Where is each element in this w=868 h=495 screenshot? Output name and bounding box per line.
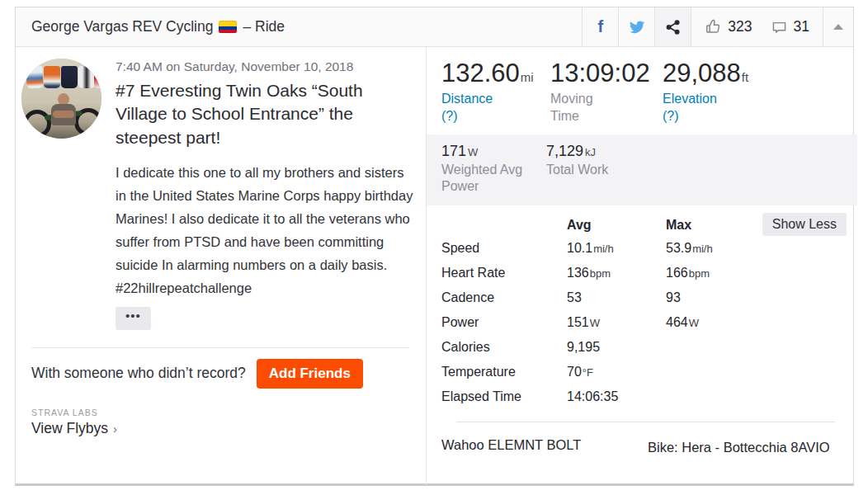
distance-value: 132.60 [441,59,520,87]
bike-name: Bike: Hera - Bottecchia 8AVIO [648,437,846,459]
power-summary-box: 171W Weighted Avg Power 7,129kJ Total Wo… [427,134,857,206]
stat-row-label: Temperature [441,365,567,380]
kudos-button[interactable]: 323 [705,18,752,35]
weighted-avg-power-value: 171 [441,143,466,159]
stat-avg-value: 9,195 [567,340,666,355]
show-less-button[interactable]: Show Less [762,213,847,236]
social-counts: 323 31 [691,7,823,46]
chevron-up-icon [833,24,843,30]
view-flybys-label: View Flybys [31,420,108,436]
share-icon [665,19,682,35]
add-friends-button[interactable]: Add Friends [257,359,363,389]
stat-avg-value: 151W [567,315,666,330]
stat-avg-value: 10.1mi/h [567,241,666,256]
avg-column-header: Avg [567,218,666,233]
distance-stat: 132.60mi Distance(?) [441,59,550,125]
stat-avg-value: 70°F [567,365,666,380]
total-work-label: Total Work [546,162,637,179]
elevation-value: 29,088 [663,59,741,87]
strava-labs-section: STRAVA LABS View Flybys› [21,389,417,437]
comment-icon [771,19,788,35]
add-friends-prompt: With someone who didn’t record? [31,365,246,382]
athlete-avatar[interactable] [21,59,101,139]
total-work-stat: 7,129kJ Total Work [546,143,711,196]
stats-table-body: Speed 10.1mi/h 53.9mi/h Heart Rate 136bp… [441,241,846,414]
content: 7:40 AM on Saturday, November 10, 2018 #… [16,47,853,485]
strava-labs-label: STRAVA LABS [31,408,417,417]
thumbs-up-icon [705,18,722,35]
twitter-icon [628,19,646,35]
add-friends-row: With someone who didn’t record? Add Frie… [21,348,417,389]
distance-unit: mi [521,70,534,84]
activity-stats-panel: 132.60mi Distance(?) 13:09:02 Moving Tim… [427,47,857,485]
post-body: 7:40 AM on Saturday, November 10, 2018 #… [116,59,417,330]
stat-row-label: Elapsed Time [441,389,567,404]
share-button[interactable] [654,7,691,46]
stat-row-label: Heart Rate [441,266,567,280]
moving-time-label: Moving Time [550,91,616,125]
weighted-avg-power-stat: 171W Weighted Avg Power [441,143,546,196]
post: 7:40 AM on Saturday, November 10, 2018 #… [21,59,417,330]
elevation-help-link[interactable]: (?) [663,108,729,125]
activity-card: George Vargas REV Cycling – Ride f 323 [15,7,854,486]
activity-description: I dedicate this one to all my brothers a… [116,161,417,299]
elevation-unit: ft [742,70,748,84]
header-bar: George Vargas REV Cycling – Ride f 323 [16,7,853,47]
stats-table: Show Less Avg Max Speed 10.1mi/h 53.9mi/… [427,205,857,422]
stat-row-label: Power [441,315,567,330]
comments-button[interactable]: 31 [771,18,809,35]
view-flybys-link[interactable]: View Flybys› [31,420,117,437]
show-more-button[interactable]: ••• [116,307,151,330]
stats-table-row: Cadence 53 93 [441,290,846,315]
stat-max-value: 166bpm [666,266,846,280]
stat-max-value: 464W [666,315,846,330]
athlete-name: George Vargas REV Cycling [31,18,213,35]
stat-row-label: Speed [441,241,567,256]
header-actions: f 323 31 [582,7,853,46]
elevation-stat: 29,088ft Elevation(?) [663,59,795,125]
stat-row-label: Cadence [441,290,567,305]
stat-max-value [666,389,846,404]
stats-table-row: Speed 10.1mi/h 53.9mi/h [441,241,846,266]
stat-avg-value: 53 [567,290,666,305]
total-work-value: 7,129 [546,143,583,159]
activity-datetime: 7:40 AM on Saturday, November 10, 2018 [116,59,417,76]
gear-row: Wahoo ELEMNT BOLT Bike: Hera - Bottecchi… [427,422,857,459]
stat-avg-value: 14:06:35 [567,389,666,404]
comments-count: 31 [794,18,809,35]
stat-row-label: Calories [441,340,567,355]
moving-time-value: 13:09:02 [550,59,650,87]
distance-label-link[interactable]: Distance(?) [441,91,507,125]
kudos-count: 323 [728,18,752,35]
primary-stats: 132.60mi Distance(?) 13:09:02 Moving Tim… [427,47,857,125]
stat-max-value [666,365,846,380]
chevron-right-icon: › [113,422,117,436]
moving-time-stat: 13:09:02 Moving Time [550,59,663,125]
elevation-label-link[interactable]: Elevation(?) [663,91,729,125]
stats-table-row: Heart Rate 136bpm 166bpm [441,266,846,290]
stats-table-row: Power 151W 464W [441,315,846,340]
stats-table-row: Temperature 70°F [441,365,846,389]
activity-type-label: – Ride [243,18,285,35]
weighted-avg-power-label: Weighted Avg Power [441,162,532,196]
twitter-share-button[interactable] [618,7,654,46]
colombia-flag-icon [219,21,237,33]
facebook-icon: f [597,17,603,36]
stat-avg-value: 136bpm [567,266,666,280]
facebook-share-button[interactable]: f [582,7,618,46]
stat-max-value: 93 [666,290,846,305]
divider [456,422,835,422]
stat-max-value: 53.9mi/h [666,241,846,256]
activity-title: #7 Everesting Twin Oaks “South Village t… [116,79,417,150]
activity-summary-panel: 7:40 AM on Saturday, November 10, 2018 #… [16,47,427,485]
header-title: George Vargas REV Cycling – Ride [16,7,582,46]
stats-table-row: Elapsed Time 14:06:35 [441,389,846,414]
collapse-button[interactable] [823,7,853,46]
stat-max-value [666,340,846,355]
distance-help-link[interactable]: (?) [441,108,507,125]
stats-table-row: Calories 9,195 [441,340,846,365]
recording-device: Wahoo ELEMNT BOLT [441,437,648,459]
